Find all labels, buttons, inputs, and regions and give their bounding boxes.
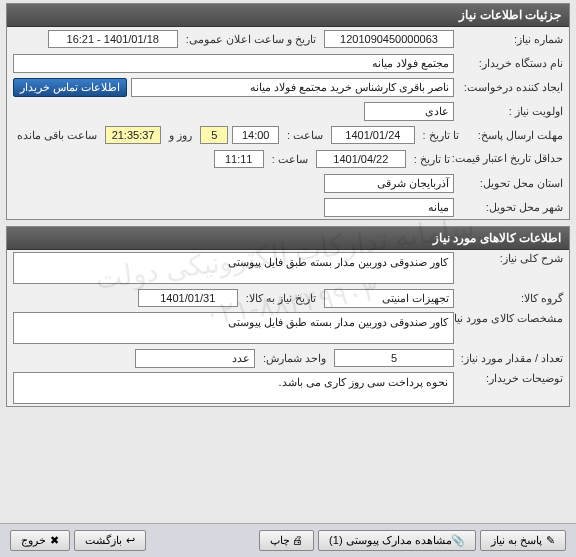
city-label: شهر محل تحویل:	[458, 201, 563, 214]
print-button[interactable]: 🖨 چاپ	[259, 530, 314, 551]
goods-info-panel: اطلاعات کالاهای مورد نیاز شرح کلی نیاز: …	[6, 226, 570, 407]
buyer-value: مجتمع فولاد میانه	[13, 54, 454, 73]
goods-info-header: اطلاعات کالاهای مورد نیاز	[7, 227, 569, 250]
to-date-label-1: تا تاریخ :	[419, 129, 463, 142]
province-value: آذربایجان شرقی	[324, 174, 454, 193]
remain-label: ساعت باقی مانده	[13, 129, 101, 142]
exit-label: خروج	[21, 534, 46, 546]
reply-button[interactable]: ✎ پاسخ به نیاز	[480, 530, 566, 551]
validity-label: حداقل تاریخ اعتبار قیمت:	[458, 152, 563, 165]
priority-label: اولویت نیاز :	[458, 105, 563, 118]
notes-value: نحوه پرداخت سی روز کاری می باشد.	[13, 372, 454, 404]
attachments-button[interactable]: 📎 مشاهده مدارک پیوستی (1)	[318, 530, 476, 551]
need-details-panel: جزئیات اطلاعات نیاز شماره نیاز: 12010904…	[6, 3, 570, 220]
priority-value: عادی	[364, 102, 454, 121]
print-label: چاپ	[270, 534, 290, 546]
exit-button[interactable]: ✖ خروج	[10, 530, 70, 551]
back-label: بازگشت	[85, 534, 122, 546]
contact-buyer-button[interactable]: اطلاعات تماس خریدار	[13, 78, 127, 97]
unit-label: واحد شمارش:	[259, 352, 330, 365]
need-by-value: 1401/01/31	[138, 289, 238, 307]
validity-time: 11:11	[214, 150, 264, 168]
print-icon: 🖨	[293, 534, 303, 546]
remaining-time: 21:35:37	[105, 126, 161, 144]
city-value: میانه	[324, 198, 454, 217]
announce-value: 1401/01/18 - 16:21	[48, 30, 178, 48]
desc-label: شرح کلی نیاز:	[458, 252, 563, 265]
deadline-time: 14:00	[232, 126, 279, 144]
group-value: تجهیزات امنیتی	[324, 289, 454, 308]
buyer-label: نام دستگاه خریدار:	[458, 57, 563, 70]
need-no-label: شماره نیاز:	[458, 33, 563, 46]
deadline-date: 1401/01/24	[331, 126, 414, 144]
qty-label: تعداد / مقدار مورد نیاز:	[458, 352, 563, 365]
need-by-label: تاریخ نیاز به کالا:	[242, 292, 320, 305]
reply-label: پاسخ به نیاز	[491, 534, 542, 546]
to-date-label-2: تا تاریخ :	[410, 153, 454, 166]
spec-value: کاور صندوقی دوربین مدار بسته طبق فایل پی…	[13, 312, 454, 344]
qty-value: 5	[334, 349, 454, 367]
attach-label: مشاهده مدارک پیوستی (1)	[329, 534, 452, 546]
spec-label: مشخصات کالای مورد نیاز:	[458, 312, 563, 325]
notes-label: توضیحات خریدار:	[458, 372, 563, 385]
time-label-1: ساعت :	[283, 129, 327, 142]
reply-icon: ✎	[545, 534, 555, 547]
unit-value: عدد	[135, 349, 255, 368]
announce-label: تاریخ و ساعت اعلان عمومی:	[182, 33, 320, 46]
requester-label: ایجاد کننده درخواست:	[458, 81, 563, 94]
province-label: استان محل تحویل:	[458, 177, 563, 190]
time-label-2: ساعت :	[268, 153, 312, 166]
need-no-value: 1201090450000063	[324, 30, 454, 48]
attach-icon: 📎	[455, 534, 465, 547]
validity-date: 1401/04/22	[316, 150, 406, 168]
desc-value: کاور صندوقی دوربین مدار بسته طبق فایل پی…	[13, 252, 454, 284]
days-label: روز و	[165, 129, 196, 142]
back-button[interactable]: ↩ بازگشت	[74, 530, 146, 551]
group-label: گروه کالا:	[458, 292, 563, 305]
footer-toolbar: ✎ پاسخ به نیاز 📎 مشاهده مدارک پیوستی (1)…	[0, 523, 576, 557]
back-icon: ↩	[125, 534, 135, 547]
deadline-label: مهلت ارسال پاسخ:	[467, 129, 563, 142]
exit-icon: ✖	[49, 534, 59, 547]
requester-value: ناصر باقری کارشناس خرید مجتمع فولاد میان…	[131, 78, 454, 97]
remaining-days: 5	[200, 126, 228, 144]
need-details-header: جزئیات اطلاعات نیاز	[7, 4, 569, 27]
